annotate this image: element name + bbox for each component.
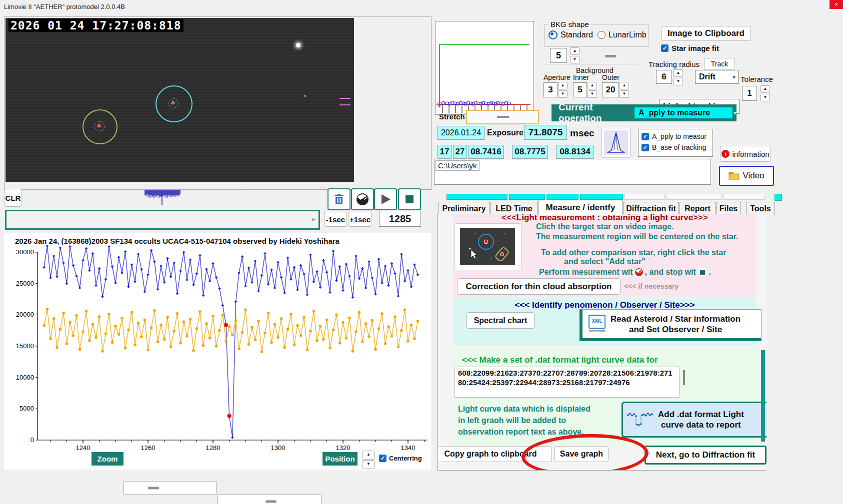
section-scrollbar[interactable]	[761, 350, 765, 442]
stop-button[interactable]	[398, 188, 421, 210]
frame-scrollbar[interactable]: ▸	[5, 210, 320, 230]
add-dat-button[interactable]: Add .dat format Light curve data to repo…	[622, 402, 766, 438]
dat-data-field[interactable]: 608:22099:21623:27370:22707:28789:20728:…	[454, 367, 680, 398]
tab-files[interactable]: Files	[716, 202, 741, 215]
tab-progress-bar	[446, 194, 765, 200]
base-of-tracking-checkbox[interactable]: ✓ B_ase of tracking	[642, 143, 710, 151]
bkg-level-spinner[interactable]: ▲ ▼	[570, 47, 580, 63]
zoom-slider[interactable]	[124, 481, 216, 495]
tab-measure-identfy[interactable]: Measure / identfy	[538, 200, 622, 215]
light-measurement-heading: <<<Light measurement : obtaining a light…	[453, 214, 756, 223]
bkg-level-down-icon[interactable]: ▼	[570, 56, 580, 63]
spectral-chart-button[interactable]: Spectral chart	[466, 312, 534, 329]
frame-number-field[interactable]: 1285	[379, 211, 421, 227]
xml-icon-text: XML	[588, 315, 606, 329]
stretch-slider-handle[interactable]	[497, 116, 509, 118]
video-button[interactable]: Video	[719, 166, 774, 186]
star-image-fit-checkbox[interactable]: ✓ Star image fit	[661, 44, 719, 52]
instruction-5b: , and stop wit	[645, 268, 696, 277]
info-icon: i	[722, 150, 730, 158]
inner-value[interactable]: 5	[573, 82, 587, 97]
radio-lunarlimb-icon	[598, 31, 606, 39]
tab-report[interactable]: Report	[680, 202, 716, 215]
dat-section: <<< Make a set of .dat format light curv…	[453, 349, 766, 445]
stretch-slider[interactable]	[466, 110, 539, 124]
cloud-correction-button[interactable]: Correction for thin cloud absorption	[457, 278, 620, 295]
centerring-checkbox[interactable]: ✓ Centerring	[379, 455, 422, 462]
delete-button[interactable]	[328, 188, 350, 210]
reference-mark-bottom	[340, 104, 350, 105]
video-path-field[interactable]: C:\Users\yk	[434, 159, 711, 185]
video-frame[interactable]: 2026 01 24 17:27:08:818	[6, 18, 354, 182]
aperture-value[interactable]: 3	[544, 82, 558, 97]
position-spinner[interactable]: ▲ ▼	[362, 451, 374, 469]
apply-to-measure-checkbox[interactable]: ✓ A_pply to measur	[642, 132, 710, 140]
bkg-slider-handle[interactable]	[605, 55, 616, 57]
svg-text:25000: 25000	[16, 280, 34, 287]
progress-segment	[724, 194, 765, 200]
image-to-clipboard-button[interactable]: Image to Clipboard	[661, 26, 751, 41]
scroll-right-arrow-icon[interactable]: ▸	[312, 215, 316, 223]
inner-label: Inner	[573, 73, 589, 81]
instruction-line-2: The measurement region will be centered …	[536, 232, 738, 241]
tracking-radius-value[interactable]: 6	[656, 70, 672, 84]
aperture-spinner[interactable]: ▲▼	[558, 82, 568, 98]
plus-1sec-button[interactable]: +1sec	[348, 212, 372, 227]
bkg-level-up-icon[interactable]: ▲	[570, 47, 580, 55]
track-button[interactable]: Track	[704, 58, 735, 70]
next-diffraction-button[interactable]: Next, go to Diffraction fit	[644, 446, 766, 465]
zoom-slider-handle[interactable]	[148, 487, 159, 489]
copy-graph-button[interactable]: Copy graph to clipboard	[438, 446, 552, 462]
svg-text:20000: 20000	[16, 311, 34, 318]
tracking-radius-spinner[interactable]: ▲▼	[674, 69, 683, 85]
bkg-shape-group: BKG shape Standard LunarLimb	[544, 24, 649, 47]
outer-label: Outer	[602, 73, 620, 81]
xml-file-icon: XML occelmnt	[588, 315, 606, 333]
dat-note-line1: Light curve data which is displaied	[458, 403, 590, 415]
save-graph-button[interactable]: Save graph	[554, 446, 608, 462]
tab-tools[interactable]: Tools	[746, 202, 775, 215]
star-fit-preview	[602, 128, 630, 158]
time-hour: 17	[438, 145, 452, 159]
radio-standard-icon	[548, 30, 558, 39]
minus-1sec-button[interactable]: -1sec	[324, 212, 347, 227]
window-title: Limovie II "AETHER" protomodel 2.0.0.4B	[4, 3, 125, 10]
current-operation-select[interactable]: A_pply to measure	[634, 107, 732, 118]
position-slider[interactable]	[218, 495, 322, 504]
tab-preliminary[interactable]: Preliminary	[438, 202, 490, 215]
radio-lunarlimb[interactable]: LunarLimb	[598, 30, 646, 39]
tolerance-spinner[interactable]: ▲▼	[760, 85, 770, 101]
instruction-5c: .	[709, 268, 711, 277]
radio-standard-label: Standard	[560, 30, 593, 39]
svg-text:0: 0	[30, 436, 34, 444]
tab-diffraction-fit[interactable]: Diffraction fit	[623, 202, 679, 215]
bkg-shape-legend: BKG shape	[548, 20, 591, 28]
gauge-icon	[634, 267, 644, 277]
svg-text:1320: 1320	[336, 444, 350, 452]
close-button[interactable]: ×	[830, 0, 843, 9]
stretch-label: Stretch	[439, 112, 465, 121]
play-button[interactable]	[374, 188, 397, 210]
video-path-text: C:\Users\yk	[436, 160, 480, 171]
information-button[interactable]: i information	[720, 146, 771, 162]
star-profile-plot	[435, 21, 534, 115]
position-slider-handle[interactable]	[266, 500, 276, 503]
aperture-label: Aperture	[544, 73, 570, 81]
apply-check-icon: ✓	[642, 133, 649, 140]
outer-value[interactable]: 20	[602, 82, 619, 97]
tab-led-time[interactable]: LED Time	[490, 202, 538, 215]
tolerance-value[interactable]: 1	[742, 86, 757, 101]
inner-spinner[interactable]: ▲▼	[588, 82, 597, 98]
light-curve-chart: 2026 Jan 24, (163868)2003 SF134 occults …	[4, 233, 431, 470]
bkg-level-value[interactable]: 5	[550, 48, 567, 63]
outer-spinner[interactable]: ▲▼	[620, 82, 629, 98]
radio-standard[interactable]: Standard	[548, 30, 593, 39]
measure-button[interactable]	[351, 188, 374, 210]
drift-select[interactable]: Drift▾	[695, 70, 738, 84]
date-value: 2026.01.24	[438, 126, 484, 140]
dat-scroll-thumb[interactable]	[683, 370, 685, 385]
clr-button[interactable]: CLR	[4, 189, 22, 207]
faint-star	[304, 95, 306, 97]
read-asteroid-button[interactable]: XML occelmnt Read Asteroid / Star inform…	[580, 309, 762, 341]
light-curve-plot: 0500010000150002000025000300001240126012…	[4, 233, 431, 470]
